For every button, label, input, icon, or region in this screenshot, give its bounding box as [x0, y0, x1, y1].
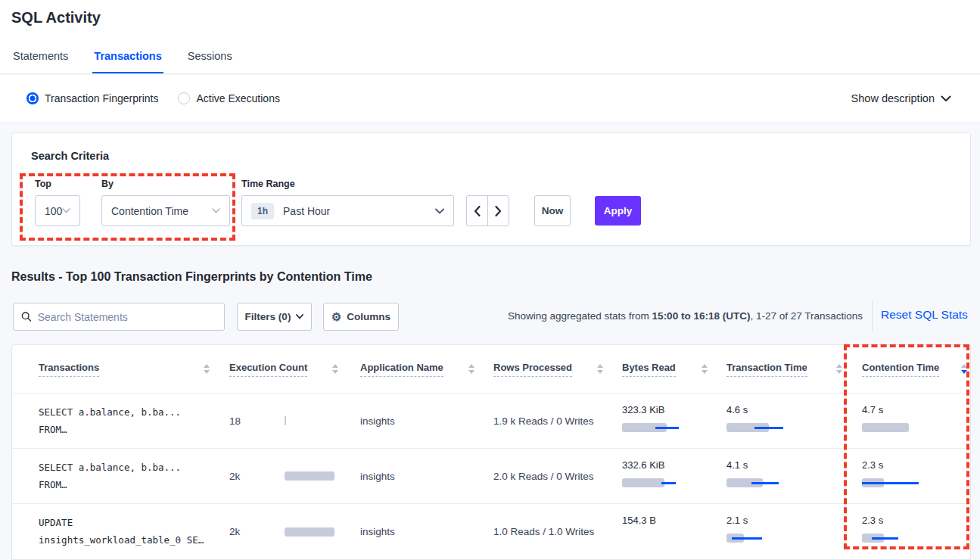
- column-header-bytes-read[interactable]: Bytes Read: [621, 362, 726, 377]
- chevron-right-icon: [495, 206, 502, 216]
- tab-statements[interactable]: Statements: [11, 44, 70, 73]
- transactions-table: Transactions Execution Count Application…: [11, 344, 971, 560]
- radio-active-executions[interactable]: Active Executions: [178, 92, 280, 104]
- bytes-read-bar: [622, 423, 683, 432]
- column-header-contention-time[interactable]: Contention Time: [860, 362, 970, 377]
- view-toggle-group: Transaction Fingerprints Active Executio…: [26, 92, 280, 104]
- sort-icon[interactable]: [836, 364, 842, 374]
- execution-count-bar: [285, 527, 338, 537]
- execution-count-cell: 18: [228, 394, 356, 448]
- bytes-read-cell: 332.6 KiB: [621, 449, 726, 503]
- now-button[interactable]: Now: [534, 195, 571, 226]
- application-name-cell: insights: [356, 394, 493, 448]
- transaction-time-cell: 4.6 s: [726, 394, 860, 448]
- table-row: SELECT a.balance, b.ba... FROM… 18 insig…: [12, 394, 970, 449]
- by-select[interactable]: Contention Time: [101, 195, 230, 226]
- filters-label: Filters (0): [245, 311, 291, 322]
- table-row: SELECT a.balance, b.ba... FROM… 2k insig…: [12, 449, 970, 504]
- time-range-badge: 1h: [251, 203, 274, 219]
- sql-activity-page: SQL Activity Statements Transactions Ses…: [0, 0, 980, 560]
- stats-time-range: 15:00 to 16:18 (UTC): [652, 310, 751, 322]
- show-description-label: Show description: [851, 92, 935, 104]
- contention-time-cell: 2.3 s: [860, 449, 970, 503]
- by-select-value: Contention Time: [111, 205, 188, 217]
- column-header-application-name[interactable]: Application Name: [356, 362, 493, 377]
- transaction-statement-link[interactable]: UPDATE insights_workload_table_0 SE…: [12, 504, 228, 559]
- apply-button[interactable]: Apply: [595, 196, 641, 226]
- results-title: Results - Top 100 Transaction Fingerprin…: [11, 270, 372, 284]
- search-criteria-title: Search Criteria: [31, 150, 109, 162]
- bytes-read-cell: 323.3 KiB: [621, 394, 726, 448]
- columns-label: Columns: [347, 311, 390, 322]
- time-range-select[interactable]: 1h Past Hour: [241, 195, 454, 226]
- contention-time-bar: [862, 423, 922, 432]
- execution-count-cell: 2k: [228, 449, 356, 503]
- transaction-time-bar: [726, 423, 787, 432]
- previous-range-button[interactable]: [467, 196, 488, 226]
- sort-icon[interactable]: [332, 364, 338, 374]
- sort-icon[interactable]: [961, 364, 967, 374]
- search-statements-box: [13, 303, 225, 331]
- sort-icon[interactable]: [468, 364, 474, 374]
- radio-selected-icon[interactable]: [26, 92, 39, 104]
- execution-count-bar: [285, 416, 338, 425]
- top-select-value: 100: [45, 205, 62, 217]
- column-header-execution-count[interactable]: Execution Count: [228, 362, 356, 377]
- execution-count-bar: [285, 471, 338, 481]
- contention-time-cell: 4.7 s: [860, 394, 970, 448]
- application-name-cell: insights: [356, 504, 493, 559]
- radio-transaction-fingerprints[interactable]: Transaction Fingerprints: [26, 92, 158, 104]
- top-select[interactable]: 100: [35, 195, 80, 226]
- chevron-down-icon: [212, 208, 220, 213]
- execution-count-cell: 2k: [228, 504, 356, 559]
- rows-processed-cell: 1.0 Reads / 1.0 Writes: [493, 504, 621, 559]
- page-header: SQL Activity Statements Transactions Ses…: [0, 0, 980, 74]
- tab-transactions[interactable]: Transactions: [92, 44, 163, 73]
- contention-time-bar: [862, 478, 922, 487]
- column-header-rows-processed[interactable]: Rows Processed: [493, 362, 621, 377]
- transaction-time-bar: [726, 478, 787, 487]
- bytes-read-bar: [622, 534, 683, 543]
- reset-sql-stats-link[interactable]: Reset SQL Stats: [881, 308, 968, 322]
- table-row: UPDATE insights_workload_table_0 SE… 2k …: [12, 504, 970, 559]
- aggregated-stats-text: Showing aggregated stats from 15:00 to 1…: [508, 310, 863, 322]
- chevron-down-icon: [941, 95, 951, 102]
- sort-icon[interactable]: [702, 364, 708, 374]
- search-criteria-card: Search Criteria Top 100 By Contention Ti…: [11, 132, 971, 246]
- next-range-button[interactable]: [488, 196, 509, 226]
- transaction-time-cell: 2.1 s: [726, 504, 860, 559]
- divider: [872, 301, 873, 331]
- radio-unselected-icon[interactable]: [178, 92, 190, 104]
- sort-icon[interactable]: [204, 364, 210, 374]
- transaction-time-bar: [726, 534, 787, 543]
- filters-button[interactable]: Filters (0): [237, 303, 312, 331]
- chevron-down-icon: [62, 208, 70, 213]
- table-header-row: Transactions Execution Count Application…: [12, 345, 970, 394]
- time-range-value: Past Hour: [283, 205, 426, 217]
- search-icon: [21, 311, 32, 322]
- top-label: Top: [35, 179, 51, 189]
- transaction-time-cell: 4.1 s: [726, 449, 860, 503]
- page-title: SQL Activity: [11, 9, 101, 26]
- rows-processed-cell: 1.9 k Reads / 0 Writes: [493, 394, 621, 448]
- contention-time-bar: [862, 534, 922, 543]
- contention-time-cell: 2.3 s: [860, 504, 970, 559]
- search-statements-input[interactable]: [38, 311, 216, 323]
- sort-icon[interactable]: [597, 364, 603, 374]
- column-header-transactions[interactable]: Transactions: [12, 362, 228, 377]
- tab-bar: Statements Transactions Sessions: [11, 44, 234, 73]
- chevron-left-icon: [474, 206, 481, 216]
- column-header-transaction-time[interactable]: Transaction Time: [726, 362, 860, 377]
- radio-label: Active Executions: [196, 92, 280, 104]
- transaction-statement-link[interactable]: SELECT a.balance, b.ba... FROM…: [12, 394, 228, 448]
- columns-button[interactable]: ⚙ Columns: [323, 303, 399, 331]
- view-toggle-band: Transaction Fingerprints Active Executio…: [0, 75, 980, 123]
- chevron-down-icon: [435, 208, 444, 214]
- by-label: By: [101, 179, 114, 189]
- application-name-cell: insights: [356, 449, 493, 503]
- tab-sessions[interactable]: Sessions: [186, 44, 234, 73]
- radio-label: Transaction Fingerprints: [45, 92, 158, 104]
- bytes-read-bar: [622, 478, 683, 487]
- transaction-statement-link[interactable]: SELECT a.balance, b.ba... FROM…: [12, 449, 228, 503]
- show-description-toggle[interactable]: Show description: [851, 92, 951, 104]
